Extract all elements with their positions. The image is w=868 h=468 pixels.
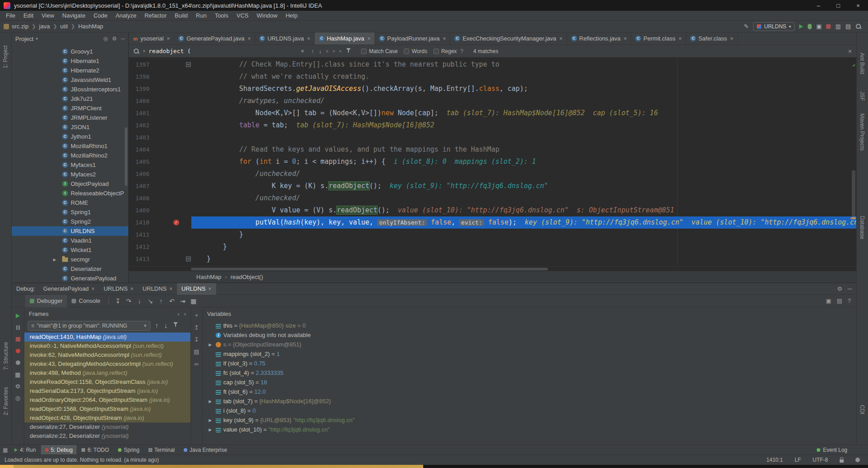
locate-icon[interactable]: ◎ [103, 36, 108, 42]
minimize-button[interactable]: – [809, 0, 828, 11]
code-line-1406[interactable]: 1406 /unchecked/ [129, 168, 856, 180]
regex-help-icon[interactable]: ? [461, 48, 464, 54]
debug-icon[interactable] [808, 24, 812, 29]
view-tab-console[interactable]: Console [67, 295, 105, 307]
menu-item-build[interactable]: Build [171, 11, 192, 21]
project-tree-item-spring1[interactable]: CSpring1 [12, 207, 128, 217]
code-line-1399[interactable]: 1399 SharedSecrets.getJavaOISAccess().ch… [129, 83, 856, 95]
variable-row[interactable]: ▶s = {ObjectInputStream@851} [203, 340, 856, 349]
line-number[interactable]: 1407 [129, 180, 149, 192]
debug-tab-urldns-2[interactable]: URLDNS× [138, 283, 177, 295]
expand-arrow-icon[interactable]: ▶ [207, 399, 213, 404]
hide-panel-icon[interactable]: ─ [121, 36, 125, 42]
hide-library-frames-icon[interactable] [173, 322, 178, 327]
tool-window-button-4--run[interactable]: 4: Run [10, 445, 40, 455]
menu-item-view[interactable]: View [37, 11, 58, 21]
close-tab-icon[interactable]: × [167, 36, 170, 42]
view-tab-debugger[interactable]: Debugger [25, 295, 67, 307]
tool-strip-button-mavenprojects[interactable]: Maven Projects [859, 113, 865, 151]
line-number[interactable]: 1408 [129, 192, 149, 204]
code-line-1413[interactable]: 1413−} [129, 253, 856, 265]
expand-arrow-icon[interactable]: ▶ [207, 342, 213, 347]
project-tree-item-generatepayload[interactable]: CGeneratePayload [12, 274, 128, 283]
tool-window-button-6--todo[interactable]: 6: TODO [77, 445, 113, 455]
code-line-1407[interactable]: 1407 K key = (K) s.readObject(); key (sl… [129, 180, 856, 192]
line-number[interactable]: 1397 [129, 58, 149, 71]
tool-window-button-5--debug[interactable]: 5: Debug [41, 445, 77, 455]
code-line-1405[interactable]: 1405 for (int i = 0; i < mappings; i++) … [129, 156, 856, 168]
editor-tab-payloadrunner-java[interactable]: CPayloadRunner.java× [375, 32, 450, 45]
project-tree-item-wicket1[interactable]: CWicket1 [12, 245, 128, 255]
frame-row[interactable]: readObject:428, ObjectInputStream (java.… [24, 414, 190, 423]
find-option-icon-1[interactable]: ▫ [326, 48, 329, 54]
find-option-words[interactable]: Words [404, 48, 427, 54]
drop-frame-icon[interactable]: ↶ [167, 297, 177, 305]
prev-frame-icon[interactable]: ‹ [177, 310, 179, 317]
code-line-1404[interactable]: 1404 // Read the keys and values, and pu… [129, 144, 856, 156]
menu-item-code[interactable]: Code [90, 11, 112, 21]
checkbox-icon[interactable] [404, 49, 409, 54]
breadcrumb-method[interactable]: readObject() [231, 274, 263, 280]
search-input[interactable]: readobject ( [149, 48, 297, 54]
hide-window-icon[interactable]: ─ [848, 285, 852, 292]
line-number[interactable]: 1398 [129, 71, 149, 83]
layout-settings-icon[interactable]: ▣ [826, 297, 831, 304]
lock-icon[interactable] [840, 459, 844, 463]
line-number[interactable]: 1400 [129, 95, 149, 107]
execution-line[interactable]: 1410✓ putVal(hash(key), key, value, only… [129, 216, 856, 229]
code-line-1408[interactable]: 1408 /unchecked/ [129, 192, 856, 204]
project-scrollbar[interactable] [125, 127, 127, 186]
stop-icon[interactable] [16, 337, 20, 342]
clear-search-icon[interactable]: × [301, 48, 304, 54]
evaluate-expression-icon[interactable]: ▦ [188, 297, 199, 305]
frame-row[interactable]: readObject:1410, HashMap (java.util) [24, 333, 190, 342]
close-tab-icon[interactable]: × [91, 286, 95, 292]
code-line-1411[interactable]: 1411 } [129, 229, 856, 241]
find-option-regex[interactable]: Regex [434, 48, 457, 54]
close-tab-icon[interactable]: × [367, 36, 371, 42]
code-line-1402[interactable]: 1402 table = tab; tab (slot_7): HashMap$… [129, 119, 856, 131]
editor-tab-ysoserial[interactable]: mysoserial× [129, 32, 174, 45]
frame-row[interactable]: invoke:62, NativeMethodAccessorImpl (sun… [24, 351, 190, 360]
variable-row[interactable]: iVariables debug info not available [203, 330, 856, 340]
checkbox-icon[interactable] [434, 49, 439, 54]
find-prev-icon[interactable]: ↑ [312, 48, 315, 54]
line-number[interactable]: 1404 [129, 144, 149, 156]
project-tree-item-releaseableobjectp[interactable]: IReleaseableObjectP [12, 189, 128, 198]
menu-item-help[interactable]: Help [281, 11, 302, 21]
code-line-1409[interactable]: 1409 V value = (V) s.readObject(); value… [129, 204, 856, 216]
menu-item-file[interactable]: File [2, 11, 19, 21]
show-execution-point-icon[interactable]: ↧ [113, 297, 123, 305]
run-configuration-dropdown[interactable]: URLDNS▾ [753, 22, 795, 31]
tool-window-button-spring[interactable]: Spring [114, 445, 144, 455]
error-stripe[interactable]: ✔ [850, 58, 856, 266]
thread-dropdown[interactable]: ≡ "main"@1 in group "main": RUNNING ▼ [28, 321, 150, 331]
close-find-bar-icon[interactable]: × [848, 48, 852, 55]
project-tree-item-hibernate2[interactable]: CHibernate2 [12, 66, 128, 75]
chevron-down-icon[interactable]: ▾ [36, 36, 38, 41]
tool-window-button-terminal[interactable]: Terminal [145, 445, 179, 455]
menu-item-edit[interactable]: Edit [19, 11, 37, 21]
step-over-icon[interactable]: ↷ [123, 297, 134, 305]
menu-item-tools[interactable]: Tools [211, 11, 232, 21]
restore-layout-icon[interactable]: ▦ [15, 371, 20, 378]
edit-configurations-icon[interactable]: ✎ [744, 23, 749, 30]
code-line-1412[interactable]: 1412 } [129, 241, 856, 253]
breadcrumb-item-hashmap[interactable]: HashMap [78, 23, 104, 30]
settings-gear-icon[interactable]: ⚙ [112, 36, 117, 42]
frame-row[interactable]: invoke0:-1, NativeMethodAccessorImpl (su… [24, 342, 190, 351]
breakpoint-icon[interactable]: ✓ [173, 220, 179, 225]
vertical-scrollbar[interactable] [852, 170, 855, 220]
tool-window-switcher-icon[interactable]: ▦ [3, 447, 8, 453]
hector-inspections-icon[interactable] [855, 458, 860, 462]
line-number[interactable]: 1409 [129, 204, 149, 216]
editor-tab-generatepayload-java[interactable]: CGeneratePayload.java× [174, 32, 255, 45]
menu-item-refactor[interactable]: Refactor [140, 11, 171, 21]
close-tab-icon[interactable]: × [307, 36, 310, 42]
frame-row[interactable]: readOrdinaryObject:2064, ObjectInputStre… [24, 396, 190, 405]
run-to-cursor-icon[interactable]: ⇥ [177, 297, 188, 305]
breadcrumb-class[interactable]: HashMap [196, 274, 222, 280]
menu-item-run[interactable]: Run [192, 11, 211, 21]
search-everywhere-icon[interactable] [855, 23, 862, 30]
fold-marker-icon[interactable]: − [186, 62, 191, 67]
